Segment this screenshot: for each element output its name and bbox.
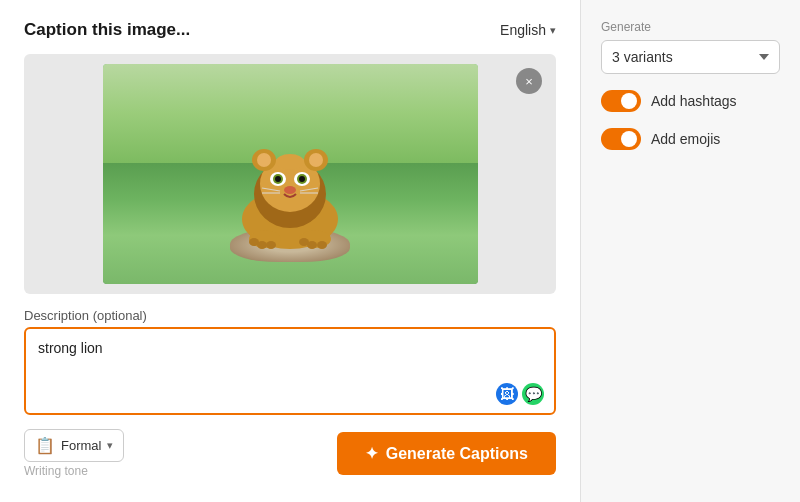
- description-input[interactable]: [38, 339, 542, 379]
- lion-svg: [210, 114, 370, 254]
- sparkle-icon: ✦: [365, 444, 378, 463]
- generate-captions-button[interactable]: ✦ Generate Captions: [337, 432, 556, 475]
- chevron-down-icon: ▾: [550, 24, 556, 37]
- share-icon[interactable]: 💬: [522, 383, 544, 405]
- tone-chevron-icon: ▾: [107, 439, 113, 452]
- tone-selector-button[interactable]: 📋 Formal ▾: [24, 429, 124, 462]
- hashtags-toggle[interactable]: [601, 90, 641, 112]
- page-title: Caption this image...: [24, 20, 190, 40]
- variants-select[interactable]: 3 variants 1 variant 2 variants 5 varian…: [601, 40, 780, 74]
- textarea-icons: 🖼 💬: [496, 383, 544, 405]
- image-attach-icon[interactable]: 🖼: [496, 383, 518, 405]
- tone-label: Formal: [61, 438, 101, 453]
- uploaded-image: [103, 64, 478, 284]
- svg-point-8: [317, 241, 327, 249]
- emojis-label: Add emojis: [651, 131, 720, 147]
- generate-button-label: Generate Captions: [386, 445, 528, 463]
- hashtags-toggle-row: Add hashtags: [601, 90, 780, 112]
- main-panel: Caption this image... English ▾: [0, 0, 580, 502]
- svg-point-20: [299, 176, 305, 182]
- svg-point-26: [276, 154, 304, 170]
- tone-icon: 📋: [35, 436, 55, 455]
- generate-section: Generate 3 variants 1 variant 2 variants…: [601, 20, 780, 74]
- generate-label: Generate: [601, 20, 780, 34]
- description-textarea-wrapper: 🖼 💬: [24, 327, 556, 415]
- close-image-button[interactable]: ×: [516, 68, 542, 94]
- bottom-row: 📋 Formal ▾ Writing tone ✦ Generate Capti…: [24, 429, 556, 478]
- emojis-toggle-row: Add emojis: [601, 128, 780, 150]
- svg-point-5: [266, 241, 276, 249]
- svg-point-4: [257, 241, 267, 249]
- svg-point-14: [309, 153, 323, 167]
- image-upload-area[interactable]: ×: [24, 54, 556, 294]
- language-label: English: [500, 22, 546, 38]
- description-label: Description (optional): [24, 308, 556, 323]
- hashtags-slider: [601, 90, 641, 112]
- language-selector[interactable]: English ▾: [500, 22, 556, 38]
- svg-point-21: [284, 186, 296, 194]
- hashtags-label: Add hashtags: [651, 93, 737, 109]
- sidebar: Generate 3 variants 1 variant 2 variants…: [580, 0, 800, 502]
- writing-tone-label: Writing tone: [24, 464, 124, 478]
- tone-wrapper: 📋 Formal ▾ Writing tone: [24, 429, 124, 478]
- emojis-slider: [601, 128, 641, 150]
- svg-point-19: [275, 176, 281, 182]
- svg-point-7: [307, 241, 317, 249]
- header-row: Caption this image... English ▾: [24, 20, 556, 40]
- description-section: Description (optional) 🖼 💬: [24, 308, 556, 415]
- svg-point-12: [257, 153, 271, 167]
- emojis-toggle[interactable]: [601, 128, 641, 150]
